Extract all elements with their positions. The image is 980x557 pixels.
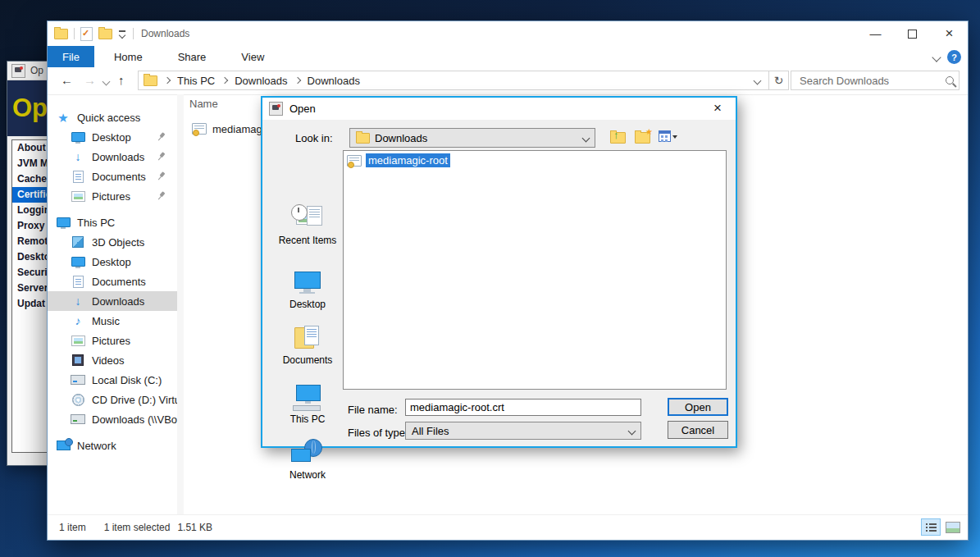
place-desktop[interactable]: Desktop <box>271 268 344 310</box>
sidebar-item-downloads[interactable]: ↓ Downloads <box>48 147 177 167</box>
up-button[interactable]: ↑ <box>118 73 125 88</box>
cancel-button[interactable]: Cancel <box>668 421 728 439</box>
desktop-icon <box>289 268 326 296</box>
dialog-toolbar: ↑ ★ <box>609 130 677 144</box>
place-documents[interactable]: Documents <box>271 324 344 366</box>
column-header-name[interactable]: Name <box>189 98 218 110</box>
place-this-pc[interactable]: This PC <box>271 383 344 425</box>
combo-folder-icon <box>356 133 370 144</box>
help-button[interactable]: ? <box>947 50 961 64</box>
folder-icon[interactable] <box>54 29 68 39</box>
3d-objects-icon <box>72 236 84 248</box>
breadcrumb-this-pc[interactable]: This PC <box>177 75 215 87</box>
tab-file[interactable]: File <box>48 46 94 67</box>
look-in-combobox[interactable]: Downloads <box>349 128 595 148</box>
sidebar-item-desktop[interactable]: Desktop <box>48 127 177 147</box>
music-icon: ♪ <box>75 315 81 326</box>
place-network[interactable]: Network <box>271 439 344 481</box>
back-button[interactable]: ← <box>61 73 73 88</box>
files-of-type-combobox[interactable]: All Files <box>405 422 641 440</box>
sidebar-item-videos[interactable]: Videos <box>48 350 177 370</box>
dialog-title: Open <box>289 103 316 115</box>
open-button[interactable]: Open <box>668 398 728 416</box>
explorer-titlebar[interactable]: Downloads — × <box>48 21 968 46</box>
breadcrumb-downloads-leaf[interactable]: Downloads <box>308 75 360 87</box>
place-recent-items[interactable]: Recent Items <box>271 204 344 246</box>
pin-icon <box>154 150 168 164</box>
sidebar-item-desktop-pc[interactable]: Desktop <box>48 252 177 272</box>
dialog-file-item[interactable]: mediamagic-root <box>347 153 450 167</box>
address-bar[interactable]: This PC Downloads Downloads <box>138 71 769 90</box>
look-in-label: Look in: <box>295 132 333 144</box>
tab-view[interactable]: View <box>229 46 276 67</box>
chevron-right-icon <box>221 77 228 84</box>
pictures-icon <box>71 336 85 346</box>
up-arrow-icon: ↑ <box>613 129 619 141</box>
sidebar-item-network[interactable]: Network <box>48 436 177 455</box>
separator <box>74 28 75 39</box>
sidebar-item-downloads-pc[interactable]: ↓ Downloads <box>48 291 177 311</box>
thumbnails-view-icon <box>946 522 960 533</box>
this-pc-icon <box>57 217 71 227</box>
search-icon[interactable] <box>946 76 954 84</box>
file-item[interactable]: mediamagic <box>192 121 270 137</box>
file-name-label: File name: <box>348 404 398 416</box>
sidebar-item-local-disk[interactable]: Local Disk (C:) <box>48 370 177 390</box>
file-name-input[interactable] <box>405 399 641 416</box>
new-star-icon: ★ <box>645 127 653 136</box>
breadcrumb-downloads[interactable]: Downloads <box>235 75 287 87</box>
maximize-button[interactable] <box>894 21 931 46</box>
search-input[interactable] <box>798 74 946 88</box>
sidebar-item-documents-pc[interactable]: Documents <box>48 272 177 291</box>
ribbon-tabs: File Home Share View ? <box>48 46 968 67</box>
quick-access-icon: ★ <box>57 112 68 124</box>
navigation-pane: ★ Quick access Desktop ↓ Downloads Docum… <box>48 94 184 515</box>
sidebar-item-pictures-pc[interactable]: Pictures <box>48 331 177 350</box>
view-menu-button[interactable] <box>659 130 677 144</box>
properties-icon[interactable] <box>80 27 93 41</box>
close-button[interactable]: × <box>931 21 968 46</box>
caret-down-icon <box>672 135 677 139</box>
dialog-titlebar[interactable]: Open × <box>262 98 736 120</box>
address-dropdown-icon[interactable] <box>754 76 762 84</box>
sidebar-item-music[interactable]: ♪ Music <box>48 311 177 331</box>
app-icon <box>11 64 25 78</box>
chevron-right-icon <box>294 77 300 84</box>
customize-toolbar-icon[interactable] <box>118 30 127 38</box>
dialog-file-list[interactable]: mediamagic-root <box>343 150 727 390</box>
dialog-close-button[interactable]: × <box>709 100 726 116</box>
sidebar-item-pictures[interactable]: Pictures <box>48 186 177 206</box>
search-box[interactable] <box>791 71 959 90</box>
sidebar-item-quick-access[interactable]: ★ Quick access <box>48 107 177 127</box>
minimize-button[interactable]: — <box>857 21 894 46</box>
refresh-button[interactable]: ↻ <box>769 71 789 90</box>
up-one-level-button[interactable]: ↑ <box>609 130 627 144</box>
pin-icon <box>154 189 168 203</box>
chevron-down-icon <box>582 134 590 142</box>
sidebar-item-cd-drive[interactable]: CD Drive (D:) Virtua <box>48 390 177 409</box>
details-view-button[interactable] <box>921 518 941 536</box>
sidebar-item-this-pc[interactable]: This PC <box>48 212 177 232</box>
sidebar-item-documents[interactable]: Documents <box>48 167 177 186</box>
breadcrumb-folder-icon <box>144 75 157 86</box>
network-icon <box>289 439 326 467</box>
forward-button[interactable]: → <box>84 73 96 88</box>
tab-home[interactable]: Home <box>102 46 155 67</box>
ribbon-expand-icon[interactable] <box>932 53 941 62</box>
recent-items-icon <box>289 204 326 232</box>
status-items-count: 1 item <box>59 522 86 533</box>
pictures-icon <box>71 191 85 202</box>
quick-access-toolbar: Downloads <box>54 21 189 46</box>
tab-share[interactable]: Share <box>166 46 219 67</box>
places-panel: Recent Items Desktop Documents This PC N… <box>271 150 344 436</box>
network-drive-icon <box>71 414 85 424</box>
sidebar-scrollbar[interactable] <box>177 94 184 515</box>
sidebar-item-3d-objects[interactable]: 3D Objects <box>48 232 177 252</box>
pin-icon <box>154 170 168 184</box>
new-folder-icon[interactable] <box>98 29 112 39</box>
sidebar-item-vbox-downloads[interactable]: Downloads (\\VBox <box>48 409 177 429</box>
recent-locations-icon[interactable] <box>103 78 111 86</box>
thumbnails-view-button[interactable] <box>943 518 963 536</box>
window-title: Downloads <box>141 28 189 39</box>
create-new-folder-button[interactable]: ★ <box>634 130 652 144</box>
